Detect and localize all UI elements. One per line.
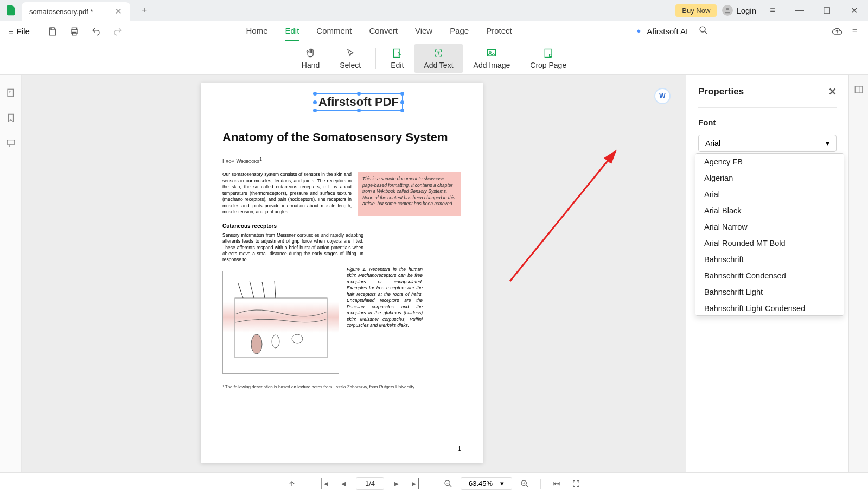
add-text-tool[interactable]: Add Text [414,44,463,73]
font-option[interactable]: Arial Narrow [695,219,844,235]
bookmark-icon[interactable] [6,113,16,125]
edit-toolbar: Hand Select Edit Add Text Add Image Crop… [0,42,868,75]
ai-button[interactable]: ✦ Afirstsoft AI [635,27,688,36]
cloud-upload-icon[interactable] [832,26,843,37]
resize-handle[interactable] [313,100,317,104]
first-page-icon[interactable] [285,480,299,487]
font-option[interactable]: Arial [695,186,844,202]
divider [698,107,837,108]
new-tab-button[interactable]: + [137,5,152,16]
undo-icon[interactable] [91,27,101,36]
font-section-label: Font [698,118,837,127]
redo-icon[interactable] [113,27,123,36]
font-option[interactable]: Agency FB [695,154,844,170]
page-indicator[interactable]: 1/4 [356,477,384,490]
zoom-select[interactable]: 63.45% ▾ [461,477,512,490]
more-icon[interactable]: ≡ [852,26,857,37]
font-dropdown[interactable]: Agency FB Algerian Arial Arial Black Ari… [695,153,844,316]
document-page: Afirstsoft PDF Anatomy of the Somatosens… [201,83,483,463]
hamburger-menu-icon[interactable]: ≡ [762,0,783,21]
last-icon[interactable]: ▸⎮ [409,478,423,489]
chevron-down-icon: ▾ [500,479,504,487]
fit-page-icon[interactable] [569,479,583,488]
crop-icon [543,47,554,59]
svg-rect-1 [51,28,54,30]
zoom-in-icon[interactable] [518,479,532,488]
search-icon[interactable] [699,26,708,37]
resize-handle[interactable] [400,100,404,104]
add-image-tool[interactable]: Add Image [464,44,520,73]
figure-caption: Figure 1: Receptors in the human skin: M… [347,267,423,374]
fit-width-icon[interactable] [550,479,564,488]
font-option[interactable]: Algerian [695,170,844,186]
tab-comment[interactable]: Comment [316,22,352,41]
tab-page[interactable]: Page [450,22,469,41]
hamburger-icon: ≡ [9,27,14,36]
font-option[interactable]: Bahnschrift Condensed [695,268,844,284]
resize-handle[interactable] [400,92,404,96]
prev-page-icon[interactable]: ◂ [336,478,350,489]
maximize-icon[interactable]: ☐ [816,0,838,21]
comment-icon[interactable] [6,138,16,150]
next-page-icon[interactable]: ▸ [390,478,404,489]
resize-handle[interactable] [400,109,404,112]
svg-point-16 [292,334,303,343]
statusbar: ⎮◂ ◂ 1/4 ▸ ▸⎮ 63.45% ▾ [0,472,868,494]
resize-handle[interactable] [357,109,361,112]
font-option[interactable]: Bahnschrift Light Condensed [695,300,844,316]
first-icon[interactable]: ⎮◂ [317,478,331,489]
resize-handle[interactable] [313,109,317,112]
font-option[interactable]: Bahnschrift Light [695,284,844,300]
font-option[interactable]: Arial Rounded MT Bold [695,235,844,251]
svg-point-5 [700,27,705,32]
hand-tool[interactable]: Hand [292,44,329,73]
left-sidebar [0,75,22,472]
font-value: Arial [705,139,720,148]
close-panel-icon[interactable]: ✕ [828,86,837,98]
tab-edit[interactable]: Edit [285,22,299,41]
buy-now-button[interactable]: Buy Now [675,4,717,17]
minimize-icon[interactable]: — [789,0,810,21]
login-button[interactable]: Login [722,5,756,16]
body-paragraph-2: Sensory information from Meissner corpus… [222,232,363,263]
zoom-value: 63.45% [469,479,493,487]
tab-home[interactable]: Home [246,22,267,41]
resize-handle[interactable] [313,92,317,96]
tab-view[interactable]: View [415,22,432,41]
tab-title: somatosensory.pdf * [29,8,93,16]
font-option[interactable]: Arial Black [695,202,844,219]
word-export-icon[interactable]: W [654,88,671,104]
svg-point-15 [272,335,279,348]
tab-convert[interactable]: Convert [369,22,398,41]
add-image-icon [486,47,497,59]
callout-box: This is a sample document to showcase pa… [358,172,461,215]
thumbnails-icon[interactable] [6,88,16,100]
annotation-arrow [494,145,635,287]
document-canvas[interactable]: Afirstsoft PDF Anatomy of the Somatosens… [22,75,686,472]
print-icon[interactable] [69,27,79,36]
edit-tool[interactable]: Edit [381,44,413,73]
font-option[interactable]: Bahnschrift [695,251,844,268]
crop-tool[interactable]: Crop Page [520,44,576,73]
close-window-icon[interactable]: ✕ [843,0,865,21]
cursor-icon [346,47,355,59]
save-icon[interactable] [48,27,58,36]
document-tab[interactable]: somatosensory.pdf * ✕ [22,2,130,21]
file-label: File [17,27,30,36]
editing-text-box[interactable]: Afirstsoft PDF [315,93,403,111]
user-avatar-icon [722,5,733,16]
ai-label: Afirstsoft AI [647,27,688,36]
svg-rect-13 [235,298,327,358]
close-tab-icon[interactable]: ✕ [115,7,122,16]
select-tool[interactable]: Select [330,44,371,73]
login-label: Login [736,6,756,15]
tab-protect[interactable]: Protect [486,22,512,41]
file-menu[interactable]: ≡ File [9,27,30,36]
resize-handle[interactable] [357,92,361,96]
font-select[interactable]: Arial ▾ [698,135,837,152]
hand-icon [305,47,316,59]
zoom-out-icon[interactable] [441,479,455,488]
panel-toggle-icon[interactable] [854,85,864,97]
crop-label: Crop Page [530,61,566,69]
svg-rect-12 [7,140,15,145]
